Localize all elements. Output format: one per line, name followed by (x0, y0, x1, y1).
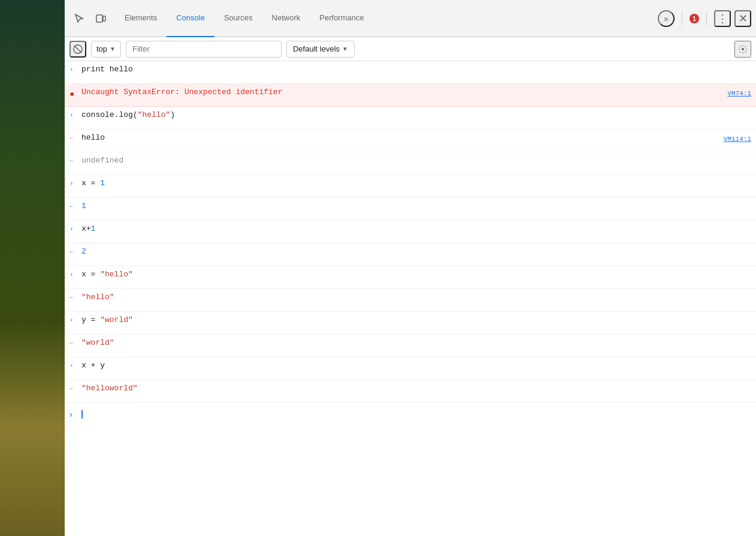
row-return-arrow: ← (69, 132, 81, 144)
row-return-arrow: ← (69, 155, 81, 167)
tab-elements[interactable]: Elements (115, 0, 167, 37)
row-content: y = "world" (81, 314, 751, 327)
row-expand-arrow[interactable]: › (69, 223, 81, 235)
row-content: print hello (81, 64, 751, 76)
console-row: ← undefined (65, 152, 756, 175)
tab-console[interactable]: Console (167, 0, 214, 37)
row-return-arrow: ← (69, 383, 81, 395)
console-row: › console.log("hello") (65, 107, 756, 130)
console-secondary-toolbar: top ▼ Default levels ▼ (65, 37, 756, 61)
console-row: › x = 1 (65, 175, 756, 198)
tab-network[interactable]: Network (262, 0, 310, 37)
console-error-row: ● Uncaught SyntaxError: Unexpected ident… (65, 84, 756, 107)
row-return-arrow: ← (69, 337, 81, 349)
row-expand-arrow[interactable]: › (69, 109, 81, 121)
console-row: ← "hello" (65, 289, 756, 312)
row-return-arrow: ← (69, 291, 81, 303)
row-content: x+1 (81, 223, 751, 236)
console-input-row[interactable]: › (65, 403, 756, 426)
svg-rect-1 (103, 16, 105, 21)
background-panel (0, 0, 65, 536)
row-expand-arrow[interactable]: › (69, 269, 81, 281)
more-tabs-button[interactable]: » (658, 10, 675, 27)
input-prompt-arrow: › (69, 409, 81, 419)
row-content: 1 (81, 200, 751, 213)
row-return-arrow: ← (69, 200, 81, 212)
console-row: › y = "world" (65, 312, 756, 335)
row-expand-arrow[interactable]: › (69, 314, 81, 326)
error-count-dot: 1 (690, 14, 699, 23)
close-devtools-button[interactable]: ✕ (734, 10, 751, 27)
tab-sources[interactable]: Sources (214, 0, 262, 37)
console-row: › x + y (65, 357, 756, 380)
error-source-link[interactable]: VM74:1 (727, 86, 751, 100)
chevron-down-icon: ▼ (110, 46, 116, 52)
toolbar-right: » 1 ⋮ ✕ (658, 10, 751, 27)
console-row: › print hello (65, 61, 756, 84)
devtools-panel: Elements Console Sources Network Perform… (65, 0, 756, 536)
clear-console-button[interactable] (69, 41, 86, 58)
error-badge[interactable]: 1 (690, 14, 699, 23)
device-toggle-button[interactable] (91, 9, 110, 28)
row-content: x = 1 (81, 177, 751, 190)
error-icon: ● (69, 86, 81, 101)
row-return-arrow: ← (69, 246, 81, 258)
toolbar-icons (69, 9, 110, 28)
console-cursor (81, 410, 86, 418)
console-row: ← 1 (65, 198, 756, 221)
row-content: x = "hello" (81, 269, 751, 281)
tab-performance[interactable]: Performance (310, 0, 373, 37)
console-row: ← hello VM114:1 (65, 130, 756, 152)
svg-rect-0 (96, 15, 102, 22)
chevron-down-icon: ▼ (342, 46, 348, 52)
inspect-element-button[interactable] (69, 9, 89, 28)
toolbar-divider (682, 11, 682, 26)
toolbar-divider-2 (706, 11, 707, 26)
svg-line-3 (74, 46, 81, 53)
row-content: 2 (81, 246, 751, 258)
row-content: "hello" (81, 291, 751, 304)
console-settings-button[interactable] (734, 41, 751, 58)
devtools-toolbar: Elements Console Sources Network Perform… (65, 0, 756, 37)
row-content: undefined (81, 155, 751, 167)
row-expand-arrow[interactable]: › (69, 177, 81, 189)
row-expand-arrow[interactable]: › (69, 360, 81, 372)
error-message: Uncaught SyntaxError: Unexpected identif… (81, 86, 722, 99)
row-content: x + y (81, 360, 751, 372)
context-selector[interactable]: top ▼ (91, 41, 121, 58)
tab-list: Elements Console Sources Network Perform… (115, 0, 658, 37)
source-link[interactable]: VM114:1 (724, 132, 751, 145)
console-row: › x = "hello" (65, 266, 756, 289)
row-content: console.log("hello") (81, 109, 751, 122)
row-expand-arrow[interactable]: › (69, 64, 81, 76)
console-row: ← "helloworld" (65, 380, 756, 403)
console-output[interactable]: › print hello ● Uncaught SyntaxError: Un… (65, 61, 756, 536)
console-row: ← 2 (65, 243, 756, 266)
log-levels-button[interactable]: Default levels ▼ (286, 41, 355, 58)
filter-input[interactable] (126, 41, 282, 58)
devtools-menu-button[interactable]: ⋮ (714, 10, 731, 27)
row-content: "world" (81, 337, 751, 350)
row-content: hello (81, 132, 719, 144)
console-row: › x+1 (65, 221, 756, 243)
console-row: ← "world" (65, 335, 756, 357)
row-content: "helloworld" (81, 383, 751, 395)
